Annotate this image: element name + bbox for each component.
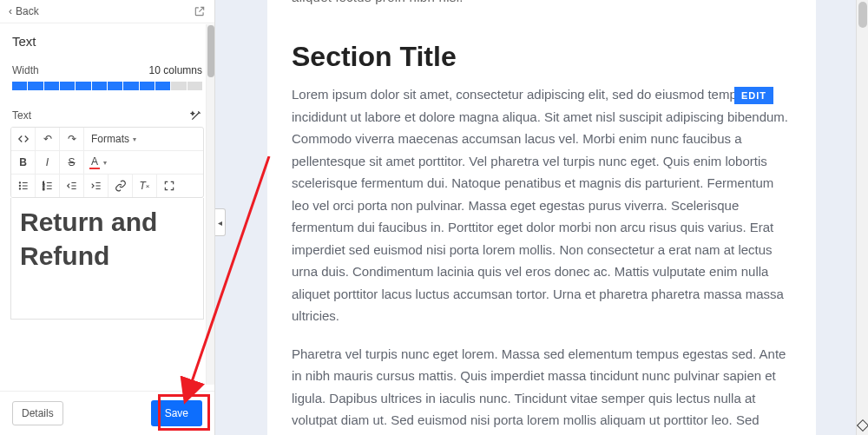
- save-button[interactable]: Save: [151, 400, 202, 426]
- details-button[interactable]: Details: [12, 401, 63, 425]
- edit-badge[interactable]: EDIT: [734, 87, 773, 104]
- main-canvas: aliquet lectus proin nibh nisl. Section …: [215, 0, 868, 435]
- width-slider[interactable]: [0, 80, 214, 101]
- main-scrollbar[interactable]: [856, 0, 868, 435]
- paragraph-2: Pharetra vel turpis nunc eget lorem. Mas…: [292, 343, 792, 436]
- text-row: Text: [0, 101, 214, 127]
- svg-text:3: 3: [43, 188, 44, 191]
- outdent-button[interactable]: [60, 175, 84, 197]
- chevron-down-icon: ▾: [133, 135, 136, 143]
- partial-line: aliquet lectus proin nibh nisl.: [292, 0, 792, 4]
- external-link-icon[interactable]: [194, 5, 206, 17]
- editor-content: Return and Refund: [20, 205, 194, 273]
- editor-toolbar: ↶ ↷ Formats▾ B I S A▾ 123 T×: [10, 127, 204, 198]
- sidebar: ‹ Back Text Width 10 columns Text ↶ ↷ Fo…: [0, 0, 215, 435]
- redo-button[interactable]: ↷: [60, 128, 84, 150]
- font-color-dropdown[interactable]: A▾: [84, 151, 112, 174]
- clear-formatting-button[interactable]: T×: [133, 175, 157, 197]
- section-title: Section Title: [292, 41, 792, 73]
- indent-button[interactable]: [84, 175, 108, 197]
- link-button[interactable]: [108, 175, 133, 197]
- collapse-sidebar-button[interactable]: ◂: [215, 208, 226, 236]
- italic-button[interactable]: I: [36, 151, 60, 174]
- magic-wand-icon[interactable]: [190, 109, 202, 122]
- main-scrollbar-thumb[interactable]: [858, 2, 867, 28]
- undo-button[interactable]: ↶: [36, 128, 60, 150]
- fullscreen-button[interactable]: [157, 175, 181, 197]
- svg-point-2: [19, 188, 20, 189]
- panel-title: Text: [0, 23, 214, 56]
- numbered-list-button[interactable]: 123: [36, 175, 60, 197]
- diamond-icon: [857, 419, 868, 432]
- source-code-button[interactable]: [11, 128, 36, 150]
- sidebar-footer: Details Save: [0, 391, 214, 435]
- editor-textarea[interactable]: Return and Refund: [10, 198, 204, 320]
- svg-point-0: [19, 182, 20, 183]
- width-row: Width 10 columns: [0, 56, 214, 80]
- sidebar-header: ‹ Back: [0, 0, 214, 23]
- strikethrough-button[interactable]: S: [60, 151, 84, 174]
- text-label: Text: [12, 109, 31, 122]
- formats-dropdown[interactable]: Formats▾: [84, 128, 143, 150]
- bullet-list-button[interactable]: [11, 175, 36, 197]
- paragraph-1: Lorem ipsum dolor sit amet, consectetur …: [292, 83, 792, 327]
- sidebar-scrollbar[interactable]: [206, 24, 214, 385]
- chevron-down-icon: ▾: [103, 159, 107, 167]
- width-value: 10 columns: [149, 64, 202, 76]
- back-label: Back: [16, 5, 39, 17]
- back-button[interactable]: ‹ Back: [9, 5, 39, 17]
- sidebar-scrollbar-thumb[interactable]: [207, 25, 214, 77]
- width-label: Width: [12, 64, 39, 76]
- page-content: aliquet lectus proin nibh nisl. Section …: [267, 0, 816, 435]
- svg-point-1: [19, 185, 20, 186]
- bold-button[interactable]: B: [11, 151, 36, 174]
- chevron-left-icon: ‹: [9, 5, 12, 17]
